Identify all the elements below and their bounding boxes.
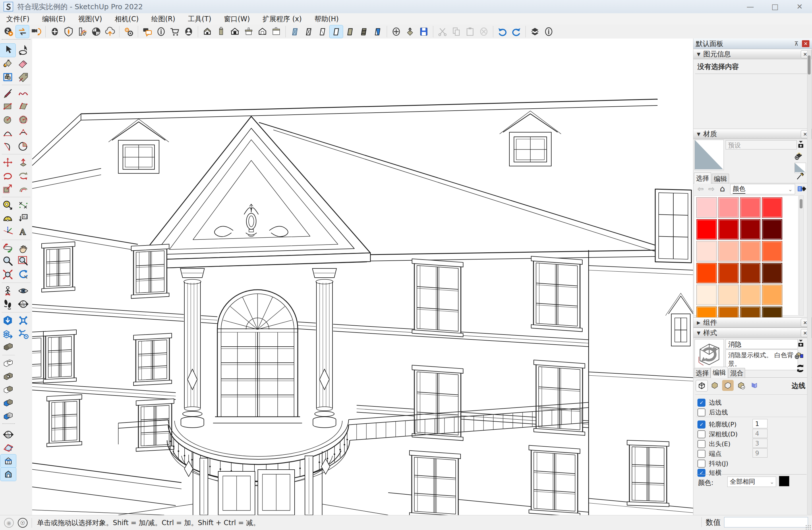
polygon-tool[interactable] <box>15 113 31 126</box>
color-swatch[interactable] <box>696 284 717 305</box>
house-iso-icon[interactable] <box>201 25 214 38</box>
section-cuts-tool[interactable] <box>1 455 16 468</box>
feedback-bubbles-icon[interactable] <box>141 25 154 38</box>
color-swatch[interactable] <box>696 241 717 262</box>
edge-value-input-端点[interactable]: 9 <box>753 448 768 458</box>
cloud-upload-icon[interactable] <box>103 25 117 38</box>
tab-materials-edit[interactable]: 编辑 <box>712 173 729 184</box>
position-camera-tool[interactable] <box>0 284 15 297</box>
menu-item-5[interactable]: 绘图(R) <box>145 14 182 24</box>
solid-union-tool[interactable] <box>1 370 16 383</box>
checkbox-icon[interactable]: ✓ <box>697 469 706 477</box>
edge-option-出头(E)[interactable]: 出头(E) <box>697 440 730 448</box>
checkbox-icon[interactable] <box>697 408 706 417</box>
arc-2pt-tool[interactable] <box>0 126 15 139</box>
lasso-select-tool[interactable] <box>15 44 31 57</box>
menu-item-8[interactable]: 扩展程序 (x) <box>256 14 308 24</box>
shield-leaf-icon[interactable] <box>62 25 75 38</box>
color-swatch[interactable] <box>718 263 739 283</box>
house-top-icon[interactable] <box>242 25 255 38</box>
house-front-icon[interactable] <box>228 25 242 38</box>
section-plane-tool[interactable] <box>1 441 16 455</box>
facestyle-wireframe-icon[interactable] <box>302 25 315 38</box>
circle-tool[interactable] <box>0 113 15 126</box>
redo-icon[interactable] <box>510 25 523 38</box>
facestyle-monochrome-icon[interactable] <box>371 25 384 38</box>
back-arrow-icon[interactable]: ⇦ <box>697 184 704 193</box>
facestyle-xray-icon[interactable] <box>288 25 302 38</box>
edge-value-input-轮廓线(P)[interactable]: 1 <box>753 419 768 428</box>
secondary-pane-icon[interactable] <box>795 337 807 348</box>
rectangle-tool[interactable] <box>0 100 15 113</box>
menu-item-1[interactable]: 文件(F) <box>0 14 36 24</box>
section-fill-tool[interactable] <box>1 468 16 481</box>
solid-outer-shell-tool[interactable] <box>1 340 16 353</box>
select-tool[interactable] <box>0 44 15 57</box>
tab-styles-edit[interactable]: 编辑 <box>711 367 728 378</box>
tray-close-button[interactable]: ✕ <box>802 40 809 47</box>
scale-tool[interactable] <box>0 182 15 195</box>
section-compass-tool[interactable]: CA-B <box>1 428 16 441</box>
camera-swap-icon[interactable] <box>30 25 43 38</box>
zoom-extents-tool[interactable] <box>0 268 15 281</box>
solid-trim-tool[interactable] <box>1 396 16 409</box>
toolbar-drag-handle[interactable] <box>2 39 30 43</box>
edge-settings-icon[interactable] <box>696 380 708 391</box>
modeling-settings-icon[interactable] <box>749 380 760 391</box>
facestyle-hiddenline-icon[interactable] <box>330 25 343 38</box>
material-swatchbook-icon[interactable] <box>76 25 89 38</box>
color-swatch[interactable] <box>762 263 782 283</box>
resize-grip[interactable] <box>805 525 811 530</box>
color-swatch[interactable] <box>740 219 760 240</box>
style-fan-icon[interactable] <box>528 25 541 38</box>
publish-model-tool[interactable] <box>0 327 15 340</box>
forward-arrow-icon[interactable]: ⇨ <box>708 184 715 193</box>
sample-paint-icon[interactable] <box>795 171 806 182</box>
edge-option-轮廓线(P)[interactable]: ✓轮廓线(P) <box>697 420 737 429</box>
arc-3pt-tool[interactable] <box>0 139 15 153</box>
rotated-rectangle-tool[interactable] <box>15 100 31 113</box>
cart-icon[interactable] <box>168 25 182 38</box>
color-swatch[interactable] <box>740 241 760 262</box>
house-back-icon[interactable] <box>270 25 283 38</box>
secondary-pane-icon[interactable] <box>795 139 807 150</box>
color-swatch[interactable] <box>696 197 717 218</box>
model-swap-icon[interactable] <box>16 25 29 38</box>
color-swatch[interactable] <box>718 219 739 240</box>
walk-tool[interactable] <box>0 297 15 311</box>
tag-tool[interactable] <box>15 70 31 83</box>
edge-option-深粗线(D)[interactable]: 深粗线(D) <box>697 430 738 438</box>
pan-tool[interactable] <box>15 241 31 255</box>
extension-manager-tool[interactable] <box>15 327 31 340</box>
style-description-field[interactable]: 消隐显示模式。 白色背景。 <box>726 349 798 370</box>
protractor-tool[interactable] <box>0 212 15 225</box>
line-tool[interactable] <box>0 86 15 100</box>
tab-materials-select[interactable]: 选择 <box>694 172 711 184</box>
edge-value-input-出头(E)[interactable]: 3 <box>753 438 768 448</box>
menu-item-6[interactable]: 工具(T) <box>182 14 217 24</box>
tab-styles-mix[interactable]: 混合 <box>728 368 745 378</box>
pin-icon[interactable]: ⊼ <box>794 40 798 47</box>
zoom-tool[interactable] <box>0 255 15 268</box>
color-swatch[interactable] <box>762 284 782 305</box>
section-styles[interactable]: ▼ 样式 ✕ <box>693 327 812 338</box>
orbit-tool[interactable] <box>0 241 15 255</box>
background-settings-icon[interactable] <box>722 380 734 391</box>
checkbox-icon[interactable] <box>697 450 706 458</box>
checkbox-icon[interactable]: ✓ <box>697 399 706 407</box>
edge-option-抖动(J)[interactable]: 抖动(J) <box>697 459 728 468</box>
edge-option-后边线[interactable]: 后边线 <box>697 408 728 417</box>
style-preview-thumbnail[interactable] <box>695 339 724 368</box>
facestyle-textured-icon[interactable] <box>357 25 371 38</box>
move-tool[interactable] <box>0 156 15 169</box>
trimble-connect-tool[interactable] <box>15 314 31 327</box>
watermark-settings-icon[interactable]: ok <box>735 380 747 391</box>
menu-item-7[interactable]: 窗口(W) <box>218 14 256 24</box>
face-settings-icon[interactable] <box>709 380 721 391</box>
checker-sphere-icon[interactable] <box>90 25 103 38</box>
toolbar-drag-handle[interactable] <box>2 423 15 428</box>
geolocation-icon[interactable]: ◉ <box>4 518 14 528</box>
view-compass-tool[interactable]: CA-B <box>15 297 31 311</box>
dimension-tool[interactable] <box>15 199 31 212</box>
measurement-input[interactable] <box>724 517 808 527</box>
